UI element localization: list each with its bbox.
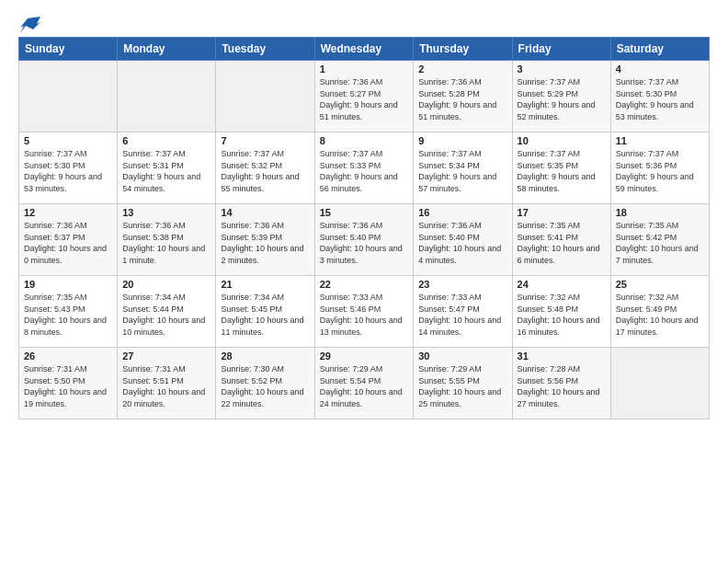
cell-info: Sunrise: 7:37 AM Sunset: 5:30 PM Dayligh… xyxy=(24,148,112,194)
calendar-cell: 25Sunrise: 7:32 AM Sunset: 5:49 PM Dayli… xyxy=(610,276,709,348)
cell-info: Sunrise: 7:37 AM Sunset: 5:30 PM Dayligh… xyxy=(616,76,704,122)
cell-info: Sunrise: 7:37 AM Sunset: 5:34 PM Dayligh… xyxy=(418,148,506,194)
cell-info: Sunrise: 7:34 AM Sunset: 5:44 PM Dayligh… xyxy=(122,292,210,338)
day-number: 4 xyxy=(616,63,704,75)
cell-info: Sunrise: 7:36 AM Sunset: 5:40 PM Dayligh… xyxy=(320,220,409,266)
calendar-cell: 20Sunrise: 7:34 AM Sunset: 5:44 PM Dayli… xyxy=(118,276,216,348)
calendar-cell: 9Sunrise: 7:37 AM Sunset: 5:34 PM Daylig… xyxy=(414,132,512,204)
day-number: 29 xyxy=(320,350,409,362)
calendar-cell: 3Sunrise: 7:37 AM Sunset: 5:29 PM Daylig… xyxy=(512,61,610,132)
cell-info: Sunrise: 7:35 AM Sunset: 5:43 PM Dayligh… xyxy=(24,292,112,338)
day-number: 28 xyxy=(221,350,309,362)
calendar-cell: 14Sunrise: 7:36 AM Sunset: 5:39 PM Dayli… xyxy=(216,204,314,276)
day-number: 14 xyxy=(221,207,309,218)
calendar-cell: 6Sunrise: 7:37 AM Sunset: 5:31 PM Daylig… xyxy=(118,132,216,204)
cell-info: Sunrise: 7:30 AM Sunset: 5:52 PM Dayligh… xyxy=(221,363,309,409)
day-number: 21 xyxy=(221,279,309,290)
week-row-5: 26Sunrise: 7:31 AM Sunset: 5:50 PM Dayli… xyxy=(19,348,710,419)
day-number: 15 xyxy=(320,207,409,218)
calendar-cell: 2Sunrise: 7:36 AM Sunset: 5:28 PM Daylig… xyxy=(414,61,512,132)
cell-info: Sunrise: 7:37 AM Sunset: 5:29 PM Dayligh… xyxy=(518,76,606,122)
calendar-cell: 7Sunrise: 7:37 AM Sunset: 5:32 PM Daylig… xyxy=(216,132,314,204)
cell-info: Sunrise: 7:31 AM Sunset: 5:51 PM Dayligh… xyxy=(122,363,210,409)
calendar-cell: 24Sunrise: 7:32 AM Sunset: 5:48 PM Dayli… xyxy=(512,276,610,348)
calendar-cell: 28Sunrise: 7:30 AM Sunset: 5:52 PM Dayli… xyxy=(216,348,314,419)
day-number: 20 xyxy=(122,279,210,290)
logo xyxy=(18,17,40,33)
cell-info: Sunrise: 7:33 AM Sunset: 5:47 PM Dayligh… xyxy=(418,292,506,338)
svg-marker-0 xyxy=(20,17,40,33)
calendar-cell: 12Sunrise: 7:36 AM Sunset: 5:37 PM Dayli… xyxy=(19,204,118,276)
cell-info: Sunrise: 7:31 AM Sunset: 5:50 PM Dayligh… xyxy=(24,363,112,409)
day-number: 8 xyxy=(320,135,409,146)
calendar-cell: 17Sunrise: 7:35 AM Sunset: 5:41 PM Dayli… xyxy=(512,204,610,276)
cell-info: Sunrise: 7:35 AM Sunset: 5:41 PM Dayligh… xyxy=(518,220,606,266)
title-area xyxy=(129,17,710,18)
cell-info: Sunrise: 7:36 AM Sunset: 5:38 PM Dayligh… xyxy=(122,220,210,266)
day-number: 26 xyxy=(24,350,112,362)
cell-info: Sunrise: 7:35 AM Sunset: 5:42 PM Dayligh… xyxy=(616,220,704,266)
calendar-header-row: SundayMondayTuesdayWednesdayThursdayFrid… xyxy=(19,38,710,61)
column-header-wednesday: Wednesday xyxy=(314,38,414,61)
calendar-cell: 10Sunrise: 7:37 AM Sunset: 5:35 PM Dayli… xyxy=(512,132,610,204)
calendar-cell: 1Sunrise: 7:36 AM Sunset: 5:27 PM Daylig… xyxy=(314,61,414,132)
calendar-cell xyxy=(118,61,216,132)
cell-info: Sunrise: 7:37 AM Sunset: 5:32 PM Dayligh… xyxy=(221,148,309,194)
calendar-cell: 29Sunrise: 7:29 AM Sunset: 5:54 PM Dayli… xyxy=(314,348,414,419)
calendar-cell: 13Sunrise: 7:36 AM Sunset: 5:38 PM Dayli… xyxy=(118,204,216,276)
day-number: 11 xyxy=(616,135,704,146)
calendar-cell: 21Sunrise: 7:34 AM Sunset: 5:45 PM Dayli… xyxy=(216,276,314,348)
calendar-cell xyxy=(610,348,709,419)
column-header-saturday: Saturday xyxy=(610,38,709,61)
day-number: 10 xyxy=(518,135,606,146)
column-header-thursday: Thursday xyxy=(414,38,512,61)
logo-bird-icon xyxy=(20,17,40,33)
cell-info: Sunrise: 7:37 AM Sunset: 5:33 PM Dayligh… xyxy=(320,148,409,194)
day-number: 25 xyxy=(616,279,704,290)
cell-info: Sunrise: 7:36 AM Sunset: 5:40 PM Dayligh… xyxy=(418,220,506,266)
week-row-4: 19Sunrise: 7:35 AM Sunset: 5:43 PM Dayli… xyxy=(19,276,710,348)
calendar-cell: 31Sunrise: 7:28 AM Sunset: 5:56 PM Dayli… xyxy=(512,348,610,419)
day-number: 9 xyxy=(418,135,506,146)
day-number: 5 xyxy=(24,135,112,146)
calendar-cell: 19Sunrise: 7:35 AM Sunset: 5:43 PM Dayli… xyxy=(19,276,118,348)
cell-info: Sunrise: 7:37 AM Sunset: 5:31 PM Dayligh… xyxy=(122,148,210,194)
day-number: 6 xyxy=(122,135,210,146)
day-number: 23 xyxy=(418,279,506,290)
day-number: 2 xyxy=(418,63,506,75)
calendar-cell: 8Sunrise: 7:37 AM Sunset: 5:33 PM Daylig… xyxy=(314,132,414,204)
cell-info: Sunrise: 7:37 AM Sunset: 5:35 PM Dayligh… xyxy=(518,148,606,194)
day-number: 13 xyxy=(122,207,210,218)
day-number: 1 xyxy=(320,63,409,75)
day-number: 16 xyxy=(418,207,506,218)
header xyxy=(18,17,710,29)
day-number: 17 xyxy=(518,207,606,218)
calendar-cell: 22Sunrise: 7:33 AM Sunset: 5:46 PM Dayli… xyxy=(314,276,414,348)
page: SundayMondayTuesdayWednesdayThursdayFrid… xyxy=(0,0,728,563)
day-number: 7 xyxy=(221,135,309,146)
cell-info: Sunrise: 7:32 AM Sunset: 5:48 PM Dayligh… xyxy=(518,292,606,338)
column-header-tuesday: Tuesday xyxy=(216,38,314,61)
calendar-cell xyxy=(19,61,118,132)
logo-area xyxy=(18,17,129,29)
cell-info: Sunrise: 7:36 AM Sunset: 5:28 PM Dayligh… xyxy=(418,76,506,122)
calendar-cell xyxy=(216,61,314,132)
day-number: 24 xyxy=(518,279,606,290)
calendar-cell: 27Sunrise: 7:31 AM Sunset: 5:51 PM Dayli… xyxy=(118,348,216,419)
cell-info: Sunrise: 7:32 AM Sunset: 5:49 PM Dayligh… xyxy=(616,292,704,338)
day-number: 18 xyxy=(616,207,704,218)
day-number: 31 xyxy=(518,350,606,362)
calendar-cell: 30Sunrise: 7:29 AM Sunset: 5:55 PM Dayli… xyxy=(414,348,512,419)
calendar-cell: 18Sunrise: 7:35 AM Sunset: 5:42 PM Dayli… xyxy=(610,204,709,276)
day-number: 12 xyxy=(24,207,112,218)
column-header-monday: Monday xyxy=(118,38,216,61)
cell-info: Sunrise: 7:33 AM Sunset: 5:46 PM Dayligh… xyxy=(320,292,409,338)
day-number: 22 xyxy=(320,279,409,290)
column-header-friday: Friday xyxy=(512,38,610,61)
cell-info: Sunrise: 7:34 AM Sunset: 5:45 PM Dayligh… xyxy=(221,292,309,338)
cell-info: Sunrise: 7:29 AM Sunset: 5:54 PM Dayligh… xyxy=(320,363,409,409)
calendar-cell: 23Sunrise: 7:33 AM Sunset: 5:47 PM Dayli… xyxy=(414,276,512,348)
calendar-cell: 4Sunrise: 7:37 AM Sunset: 5:30 PM Daylig… xyxy=(610,61,709,132)
cell-info: Sunrise: 7:36 AM Sunset: 5:39 PM Dayligh… xyxy=(221,220,309,266)
cell-info: Sunrise: 7:36 AM Sunset: 5:37 PM Dayligh… xyxy=(24,220,112,266)
